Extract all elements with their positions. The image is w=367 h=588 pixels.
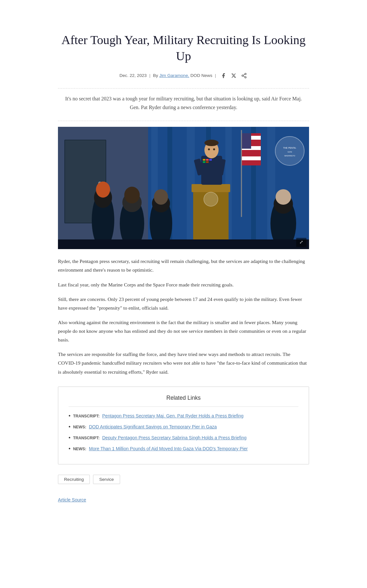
article-meta: Dec. 22, 2023 | By Jim Garamone, DOD New… — [58, 72, 309, 79]
svg-text:WASHINGTO: WASHINGTO — [284, 155, 295, 157]
svg-line-3 — [243, 76, 245, 77]
svg-point-2 — [245, 77, 246, 78]
svg-point-32 — [204, 192, 218, 206]
list-item: TRANSCRIPT: Pentagon Press Secretary Maj… — [69, 413, 298, 419]
social-icons — [220, 72, 248, 79]
link-type-3: TRANSCRIPT: — [73, 436, 100, 440]
svg-rect-59 — [58, 239, 309, 249]
link-type-2: NEWS: — [73, 425, 86, 429]
facebook-icon[interactable] — [220, 72, 227, 79]
article-title: After Tough Year, Military Recruiting Is… — [58, 32, 309, 64]
article-body: Ryder, the Pentagon press secretary, sai… — [58, 257, 309, 376]
tags-section: Recruiting Service — [58, 475, 309, 484]
tag-recruiting[interactable]: Recruiting — [58, 475, 90, 484]
svg-rect-31 — [192, 184, 230, 192]
paragraph-1: Ryder, the Pentagon press secretary, sai… — [58, 257, 309, 274]
svg-point-42 — [204, 140, 219, 146]
share-icon[interactable] — [240, 72, 248, 79]
svg-line-4 — [243, 74, 245, 75]
svg-point-43 — [208, 148, 210, 150]
tag-service[interactable]: Service — [93, 475, 120, 484]
svg-rect-36 — [203, 159, 205, 161]
article-image-container: THE PENTA- GON WASHINGTO — [58, 127, 309, 249]
list-item: NEWS: More Than 1 Million Pounds of Aid … — [69, 445, 298, 452]
article-container: After Tough Year, Military Recruiting Is… — [58, 32, 309, 503]
bottom-intro-divider — [58, 121, 309, 121]
article-image: THE PENTA- GON WASHINGTO — [58, 127, 309, 249]
svg-rect-23 — [241, 156, 261, 160]
link-type-4: NEWS: — [73, 447, 86, 451]
svg-point-0 — [245, 73, 246, 75]
related-links-divider — [69, 406, 298, 407]
list-item: TRANSCRIPT: Deputy Pentagon Press Secret… — [69, 434, 298, 441]
svg-point-55 — [154, 189, 168, 205]
svg-point-49 — [96, 182, 110, 198]
svg-rect-22 — [241, 151, 261, 155]
article-source-link[interactable]: Article Source — [58, 497, 86, 502]
paragraph-3: Still, there are concerns. Only 23 perce… — [58, 295, 309, 312]
svg-point-52 — [124, 187, 140, 203]
list-item: NEWS: DOD Anticipates Significant Saving… — [69, 424, 298, 430]
svg-point-1 — [242, 75, 243, 77]
svg-text:THE PENTA-: THE PENTA- — [283, 147, 296, 149]
related-links-box: Related Links TRANSCRIPT: Pentagon Press… — [58, 387, 309, 464]
top-divider — [58, 88, 309, 89]
article-date: Dec. 22, 2023 — [119, 73, 147, 78]
related-link-1[interactable]: Pentagon Press Secretary Maj. Gen. Pat R… — [102, 413, 243, 418]
svg-point-44 — [213, 148, 215, 150]
paragraph-5: The services are responsible for staffin… — [58, 350, 309, 376]
related-link-4[interactable]: More Than 1 Million Pounds of Aid Moved … — [89, 446, 248, 451]
related-link-3[interactable]: Deputy Pentagon Press Secretary Sabrina … — [102, 435, 246, 440]
svg-rect-38 — [209, 159, 212, 161]
related-link-2[interactable]: DOD Anticipates Significant Savings on T… — [89, 424, 217, 429]
svg-rect-24 — [241, 133, 251, 149]
related-links-title: Related Links — [69, 395, 298, 401]
article-source-section: Article Source — [58, 497, 309, 503]
article-intro: It's no secret that 2023 was a tough yea… — [58, 94, 309, 112]
svg-text:⤢: ⤢ — [299, 240, 303, 245]
article-byline: By Jim Garamone, DOD News — [153, 73, 212, 78]
svg-rect-40 — [206, 161, 209, 163]
svg-rect-39 — [203, 161, 205, 163]
press-briefing-illustration: THE PENTA- GON WASHINGTO — [58, 127, 309, 249]
svg-text:GON: GON — [287, 151, 292, 153]
svg-point-58 — [276, 189, 291, 205]
link-type-1: TRANSCRIPT: — [73, 414, 100, 418]
author-link[interactable]: Jim Garamone, — [159, 73, 189, 78]
svg-rect-37 — [206, 159, 209, 161]
paragraph-4: Also working against the recruiting envi… — [58, 318, 309, 344]
paragraph-2: Last fiscal year, only the Marine Corps … — [58, 280, 309, 289]
related-links-list: TRANSCRIPT: Pentagon Press Secretary Maj… — [69, 413, 298, 452]
twitter-x-icon[interactable] — [230, 72, 237, 79]
